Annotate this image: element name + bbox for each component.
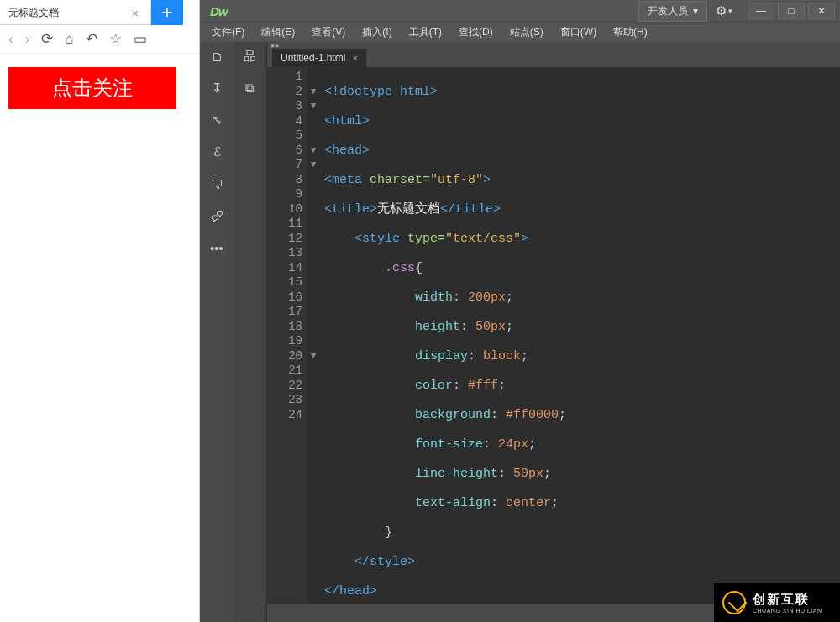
new-file-icon[interactable]: 🗋 [207, 47, 226, 65]
related-files-icon[interactable]: ⧉ [241, 79, 260, 97]
menu-site[interactable]: 站点(S) [503, 24, 550, 41]
browser-tab[interactable]: 无标题文档 × [0, 0, 151, 25]
chevron-down-icon: ▾ [693, 5, 698, 17]
watermark: 创新互联 CHUANG XIN HU LIAN [714, 583, 840, 622]
workspace-switcher[interactable]: 开发人员 ▾ [638, 1, 707, 22]
editor-column: ▸▸ Untitled-1.html × 1234567891011121314… [267, 42, 840, 622]
menu-find[interactable]: 查找(D) [452, 24, 500, 41]
app-logo: Dw [205, 4, 233, 18]
menu-insert[interactable]: 插入(I) [355, 24, 398, 41]
menu-file[interactable]: 文件(F) [205, 24, 251, 41]
browser-preview-pane: 无标题文档 × + ‹ › ⟳ ⌂ ↶ ☆ ▭ 点击关注 [0, 0, 200, 622]
menu-tools[interactable]: 工具(T) [402, 24, 449, 41]
close-icon[interactable]: × [129, 7, 142, 20]
home-icon[interactable]: ⌂ [65, 31, 73, 48]
tool-column-left: 🗋 ↧ ⤡ ℰ 🗨 🗪 ••• [200, 42, 234, 622]
download-icon[interactable]: ↧ [207, 79, 226, 97]
favorite-icon[interactable]: ☆ [109, 30, 122, 48]
brush-icon[interactable]: ℰ [207, 143, 226, 161]
menu-view[interactable]: 查看(V) [305, 24, 352, 41]
menu-edit[interactable]: 编辑(E) [255, 24, 302, 41]
code-editor[interactable]: 123456789101112131415161718192021222324 … [267, 67, 840, 604]
workspace-label: 开发人员 [648, 4, 688, 18]
browser-tab-strip: 无标题文档 × + [0, 0, 199, 25]
forward-icon[interactable]: › [25, 31, 30, 48]
line-gutter: 123456789101112131415161718192021222324 [267, 67, 307, 604]
expand-icon[interactable]: ⤡ [207, 111, 226, 129]
dreamweaver-pane: Dw 开发人员 ▾ ⚙▾ — □ ✕ 文件(F) 编辑(E) 查看(V) 插入(… [200, 0, 840, 622]
chat-icon[interactable]: 🗪 [207, 206, 226, 225]
watermark-en: CHUANG XIN HU LIAN [753, 608, 822, 614]
collapse-icon[interactable]: ▸▸ [267, 42, 284, 49]
menu-help[interactable]: 帮助(H) [606, 24, 654, 41]
watermark-logo-icon [722, 591, 746, 614]
comment-icon[interactable]: 🗨 [207, 175, 226, 193]
close-button[interactable]: ✕ [808, 3, 835, 19]
tool-column-dom: 品 ⧉ [234, 42, 267, 622]
browser-tab-title: 无标题文档 [8, 6, 59, 20]
reload-icon[interactable]: ⟳ [41, 30, 53, 48]
file-tab[interactable]: Untitled-1.html × [272, 49, 367, 67]
reader-icon[interactable]: ▭ [134, 30, 147, 48]
panel-strip: ▸▸ [267, 42, 840, 49]
fold-gutter: ▼▼▼▼▼ [307, 67, 319, 604]
more-icon[interactable]: ••• [207, 238, 226, 257]
undo-icon[interactable]: ↶ [86, 30, 97, 48]
maximize-button[interactable]: □ [778, 3, 805, 19]
browser-nav-bar: ‹ › ⟳ ⌂ ↶ ☆ ▭ [0, 25, 199, 54]
app-titlebar: Dw 开发人员 ▾ ⚙▾ — □ ✕ [200, 0, 840, 22]
dom-tree-icon[interactable]: 品 [241, 47, 260, 65]
preview-body: 点击关注 [0, 54, 199, 123]
menu-bar: 文件(F) 编辑(E) 查看(V) 插入(I) 工具(T) 查找(D) 站点(S… [200, 22, 840, 42]
file-tab-bar: Untitled-1.html × [267, 49, 840, 67]
minimize-button[interactable]: — [748, 3, 774, 19]
close-icon[interactable]: × [352, 53, 357, 63]
new-tab-button[interactable]: + [151, 0, 183, 25]
gear-icon[interactable]: ⚙▾ [712, 3, 736, 18]
menu-window[interactable]: 窗口(W) [554, 24, 603, 41]
watermark-cn: 创新互联 [753, 593, 822, 605]
preview-link-button[interactable]: 点击关注 [8, 67, 176, 109]
code-body[interactable]: <!doctype html> <html> <head> <meta char… [319, 67, 840, 604]
file-tab-label: Untitled-1.html [281, 52, 345, 64]
back-icon[interactable]: ‹ [8, 31, 13, 48]
